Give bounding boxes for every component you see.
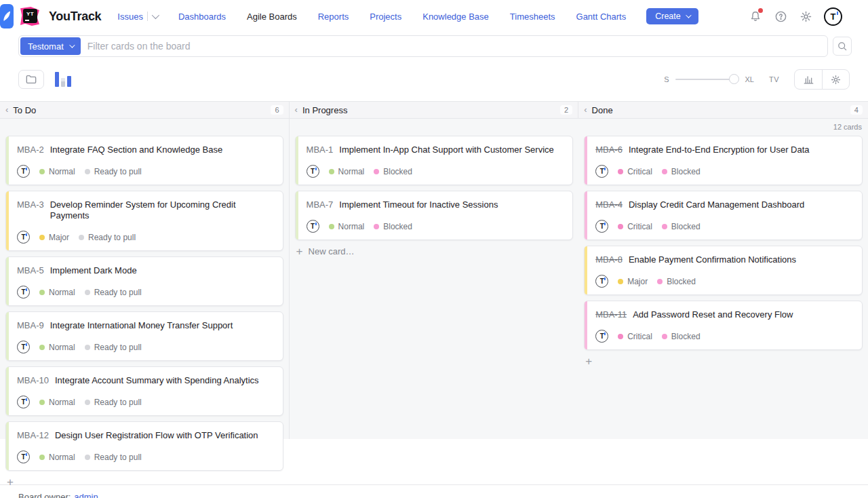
assignee-avatar[interactable]: T	[17, 231, 30, 244]
priority-field[interactable]: Normal	[39, 288, 75, 297]
state-field[interactable]: Ready to pull	[85, 398, 142, 407]
card[interactable]: MBA-10Integrate Account Summary with Spe…	[5, 366, 283, 416]
user-avatar[interactable]: T	[824, 7, 842, 26]
state-field[interactable]: Ready to pull	[85, 343, 142, 352]
priority-field[interactable]: Normal	[39, 398, 75, 407]
state-field[interactable]: Blocked	[374, 167, 412, 176]
issue-title[interactable]: Integrate End-to-End Encryption for User…	[629, 145, 810, 155]
state-field[interactable]: Blocked	[662, 222, 701, 231]
issue-id[interactable]: MBA-3	[17, 199, 44, 210]
priority-field[interactable]: Major	[39, 233, 69, 242]
nav-knowledge-base[interactable]: Knowledge Base	[422, 12, 489, 22]
nav-dashboards[interactable]: Dashboards	[178, 12, 226, 22]
collapse-column-icon[interactable]: ‹	[295, 105, 298, 114]
issue-id[interactable]: MBA-6	[595, 145, 623, 155]
nav-agile-boards[interactable]: Agile Boards	[247, 12, 297, 22]
state-field[interactable]: Ready to pull	[85, 453, 142, 462]
state-field[interactable]: Ready to pull	[79, 233, 136, 242]
chevron-down-icon[interactable]	[152, 12, 159, 19]
settings-gear-icon[interactable]	[799, 9, 812, 23]
new-card-button[interactable]: +	[7, 476, 283, 488]
card[interactable]: MBA-1Implement In-App Chat Support with …	[295, 136, 574, 185]
issue-id[interactable]: MBA-8	[595, 254, 623, 265]
nav-projects[interactable]: Projects	[370, 12, 401, 22]
issue-id[interactable]: MBA-4	[595, 199, 623, 210]
priority-field[interactable]: Critical	[618, 167, 652, 176]
priority-field[interactable]: Normal	[329, 167, 365, 176]
assignee-avatar[interactable]: T	[17, 286, 30, 299]
card[interactable]: MBA-2Integrate FAQ Section and Knowledge…	[5, 136, 283, 185]
new-card-button[interactable]: +	[585, 356, 863, 367]
priority-field[interactable]: Normal	[39, 167, 75, 176]
priority-field[interactable]: Major	[618, 277, 648, 286]
issue-id[interactable]: MBA-5	[17, 265, 44, 276]
state-field[interactable]: Ready to pull	[85, 167, 142, 176]
nav-gantt-charts[interactable]: Gantt Charts	[576, 12, 627, 22]
chart-histogram-icon[interactable]	[795, 70, 822, 89]
issue-id[interactable]: MBA-11	[595, 309, 627, 320]
priority-field[interactable]: Normal	[39, 343, 75, 352]
notifications-bell-icon[interactable]	[749, 9, 762, 23]
issue-title[interactable]: Design User Registration Flow with OTP V…	[55, 430, 258, 441]
assignee-avatar[interactable]: T	[17, 451, 30, 463]
card[interactable]: MBA-3Develop Reminder System for Upcomin…	[5, 191, 283, 251]
card-size-slider[interactable]	[675, 74, 738, 85]
assignee-avatar[interactable]: T	[17, 165, 30, 178]
nav-reports[interactable]: Reports	[318, 12, 349, 22]
collapse-column-icon[interactable]: ‹	[5, 105, 8, 114]
assignee-avatar[interactable]: T	[307, 165, 319, 178]
issue-title[interactable]: Develop Reminder System for Upcoming Cre…	[50, 199, 275, 221]
issue-title[interactable]: Implement Dark Mode	[50, 265, 137, 276]
assignee-avatar[interactable]: T	[595, 330, 608, 343]
assignee-avatar[interactable]: T	[307, 220, 319, 233]
issue-id[interactable]: MBA-7	[307, 199, 334, 210]
assignee-avatar[interactable]: T	[17, 396, 30, 408]
nav-issues[interactable]: Issues	[117, 12, 157, 22]
card[interactable]: MBA-5Implement Dark ModeTNormalReady to …	[5, 256, 283, 306]
issue-title[interactable]: Display Credit Card Management Dashboard	[629, 199, 804, 210]
issue-id[interactable]: MBA-2	[17, 145, 44, 155]
state-field[interactable]: Blocked	[662, 167, 701, 176]
toolbox-feather-icon[interactable]	[0, 4, 14, 28]
tv-mode-button[interactable]: TV	[769, 75, 779, 83]
issue-title[interactable]: Integrate FAQ Section and Knowledge Base	[50, 145, 222, 155]
nav-timesheets[interactable]: Timesheets	[510, 12, 555, 22]
state-field[interactable]: Ready to pull	[85, 288, 142, 297]
filter-cards-input[interactable]	[81, 41, 826, 52]
new-card-button[interactable]: +New card…	[296, 246, 574, 257]
board-settings-gear-icon[interactable]	[822, 70, 849, 89]
card[interactable]: MBA-9Integrate International Money Trans…	[5, 311, 283, 361]
issue-id[interactable]: MBA-9	[17, 320, 44, 331]
assignee-avatar[interactable]: T	[595, 220, 608, 233]
issue-title[interactable]: Enable Payment Confirmation Notification…	[629, 254, 796, 265]
issue-title[interactable]: Implement In-App Chat Support with Custo…	[339, 145, 553, 155]
state-field[interactable]: Blocked	[657, 277, 696, 286]
board-columns-icon[interactable]	[55, 72, 71, 87]
issue-title[interactable]: Add Password Reset and Recovery Flow	[633, 309, 793, 320]
priority-field[interactable]: Critical	[618, 332, 652, 341]
slider-handle[interactable]	[729, 74, 739, 84]
priority-field[interactable]: Critical	[618, 222, 652, 231]
card[interactable]: MBA-6Integrate End-to-End Encryption for…	[584, 136, 863, 185]
issue-title[interactable]: Implement Timeout for Inactive Sessions	[339, 199, 498, 210]
collapse-column-icon[interactable]: ‹	[584, 105, 587, 114]
board-owner-link[interactable]: admin	[74, 492, 98, 498]
card[interactable]: MBA-4Display Credit Card Management Dash…	[584, 191, 863, 240]
card[interactable]: MBA-12Design User Registration Flow with…	[5, 421, 283, 471]
youtrack-logo-icon[interactable]: YT	[19, 5, 42, 28]
issue-title[interactable]: Integrate Account Summary with Spending …	[55, 375, 259, 386]
issue-id[interactable]: MBA-12	[17, 430, 49, 441]
priority-field[interactable]: Normal	[39, 453, 75, 462]
priority-field[interactable]: Normal	[329, 222, 365, 231]
state-field[interactable]: Blocked	[662, 332, 701, 341]
issue-id[interactable]: MBA-10	[17, 375, 49, 386]
assignee-avatar[interactable]: T	[595, 275, 608, 288]
card[interactable]: MBA-8Enable Payment Confirmation Notific…	[584, 246, 863, 295]
create-button[interactable]: Create	[646, 8, 698, 24]
card[interactable]: MBA-11Add Password Reset and Recovery Fl…	[584, 301, 863, 350]
board-selector-button[interactable]: Testomat	[20, 37, 81, 55]
search-button[interactable]	[833, 37, 852, 56]
issue-title[interactable]: Integrate International Money Transfer S…	[50, 320, 233, 331]
state-field[interactable]: Blocked	[374, 222, 412, 231]
assignee-avatar[interactable]: T	[17, 341, 30, 353]
